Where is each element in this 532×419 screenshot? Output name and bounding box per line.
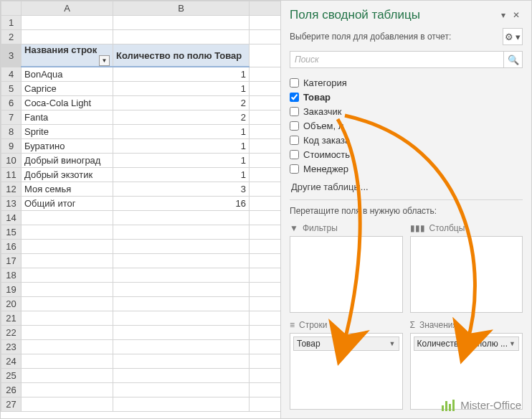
- cell[interactable]: [250, 16, 281, 30]
- row-header-7[interactable]: 7: [1, 110, 22, 124]
- cell[interactable]: [22, 368, 113, 382]
- pivot-row-value[interactable]: 1: [113, 167, 250, 182]
- row-header-4[interactable]: 4: [1, 67, 22, 81]
- col-header-extra[interactable]: [250, 1, 281, 16]
- field-checkbox[interactable]: [290, 93, 299, 102]
- pivot-row-value[interactable]: 2: [113, 95, 250, 110]
- filters-dropzone[interactable]: [290, 236, 403, 313]
- search-icon[interactable]: 🔍: [504, 51, 523, 68]
- cell[interactable]: [113, 210, 250, 225]
- cell[interactable]: [250, 110, 281, 124]
- pivot-row-value[interactable]: 1: [113, 153, 250, 167]
- rows-dropzone[interactable]: Товар▼: [290, 333, 403, 410]
- pivot-row-label[interactable]: BonAqua: [22, 67, 113, 81]
- cell[interactable]: [113, 325, 250, 339]
- field-item-объем-л[interactable]: Объем, л: [290, 118, 523, 133]
- cell[interactable]: [250, 196, 281, 210]
- row-header-2[interactable]: 2: [1, 30, 22, 44]
- cell[interactable]: [22, 296, 113, 311]
- cell[interactable]: [113, 268, 250, 282]
- cell[interactable]: [22, 225, 113, 239]
- cell[interactable]: [250, 138, 281, 153]
- row-header-10[interactable]: 10: [1, 153, 22, 167]
- cell[interactable]: [113, 239, 250, 253]
- cell[interactable]: [250, 282, 281, 296]
- row-header-21[interactable]: 21: [1, 311, 22, 325]
- corner-cell[interactable]: [1, 1, 22, 16]
- pivot-row-label[interactable]: Coca-Cola Light: [22, 95, 113, 110]
- pivot-row-value[interactable]: 1: [113, 67, 250, 81]
- filter-dropdown-icon[interactable]: ▼: [99, 55, 110, 66]
- cell[interactable]: [250, 339, 281, 354]
- pivot-row-label[interactable]: Буратино: [22, 138, 113, 153]
- row-header-19[interactable]: 19: [1, 282, 22, 296]
- col-header-A[interactable]: A: [22, 1, 113, 16]
- close-icon[interactable]: ✕: [510, 9, 523, 22]
- row-header-14[interactable]: 14: [1, 210, 22, 225]
- cell[interactable]: [22, 325, 113, 339]
- cell[interactable]: [250, 167, 281, 182]
- row-header-22[interactable]: 22: [1, 325, 22, 339]
- cell[interactable]: [113, 16, 250, 30]
- columns-dropzone[interactable]: [410, 236, 523, 313]
- cell[interactable]: [250, 81, 281, 95]
- cell[interactable]: [250, 268, 281, 282]
- row-header-16[interactable]: 16: [1, 239, 22, 253]
- row-header-15[interactable]: 15: [1, 225, 22, 239]
- pivot-row-label[interactable]: Fanta: [22, 110, 113, 124]
- pivot-row-value[interactable]: 1: [113, 81, 250, 95]
- cell[interactable]: [250, 368, 281, 382]
- cell[interactable]: [250, 253, 281, 268]
- row-header-1[interactable]: 1: [1, 16, 22, 30]
- cell[interactable]: [22, 339, 113, 354]
- row-header-12[interactable]: 12: [1, 182, 22, 196]
- pivot-row-value[interactable]: 1: [113, 124, 250, 138]
- col-header-B[interactable]: B: [113, 1, 250, 16]
- grand-total-label[interactable]: Общий итог: [22, 196, 113, 210]
- cell[interactable]: [250, 30, 281, 44]
- field-checkbox[interactable]: [290, 107, 299, 116]
- field-checkbox[interactable]: [290, 78, 299, 88]
- other-tables-link[interactable]: Другие таблицы...: [281, 179, 531, 199]
- area-item[interactable]: Количество по полю ...▼: [414, 336, 520, 351]
- field-checkbox[interactable]: [290, 121, 299, 131]
- area-item[interactable]: Товар▼: [293, 336, 399, 351]
- row-header-5[interactable]: 5: [1, 81, 22, 95]
- field-item-категория[interactable]: Категория: [290, 75, 523, 90]
- cell[interactable]: [250, 296, 281, 311]
- cell[interactable]: [250, 153, 281, 167]
- field-item-код-заказа[interactable]: Код заказа: [290, 133, 523, 147]
- row-header-13[interactable]: 13: [1, 196, 22, 210]
- cell[interactable]: [113, 339, 250, 354]
- field-checkbox[interactable]: [290, 150, 299, 159]
- cell[interactable]: [113, 296, 250, 311]
- cell[interactable]: [113, 368, 250, 382]
- values-dropzone[interactable]: Количество по полю ...▼: [410, 333, 523, 410]
- spreadsheet[interactable]: AB123Названия строк▼Количество по полю Т…: [1, 1, 280, 418]
- cell[interactable]: [250, 382, 281, 397]
- cell[interactable]: [250, 210, 281, 225]
- row-header-17[interactable]: 17: [1, 253, 22, 268]
- cell[interactable]: [22, 354, 113, 368]
- cell[interactable]: [22, 239, 113, 253]
- row-header-26[interactable]: 26: [1, 382, 22, 397]
- pivot-row-value[interactable]: 3: [113, 182, 250, 196]
- cell[interactable]: [113, 397, 250, 411]
- cell[interactable]: [22, 253, 113, 268]
- cell[interactable]: [22, 397, 113, 411]
- row-header-18[interactable]: 18: [1, 268, 22, 282]
- row-header-3[interactable]: 3: [1, 44, 22, 67]
- row-header-8[interactable]: 8: [1, 124, 22, 138]
- pivot-row-value[interactable]: 1: [113, 138, 250, 153]
- cell[interactable]: [250, 354, 281, 368]
- grand-total-value[interactable]: 16: [113, 196, 250, 210]
- cell[interactable]: [22, 268, 113, 282]
- cell[interactable]: [250, 95, 281, 110]
- search-input[interactable]: Поиск: [290, 51, 504, 68]
- cell[interactable]: [113, 282, 250, 296]
- row-header-27[interactable]: 27: [1, 397, 22, 411]
- field-item-товар[interactable]: Товар: [290, 90, 523, 104]
- pivot-row-label-header[interactable]: Названия строк▼: [22, 44, 113, 67]
- pivot-row-label[interactable]: Моя семья: [22, 182, 113, 196]
- row-header-25[interactable]: 25: [1, 368, 22, 382]
